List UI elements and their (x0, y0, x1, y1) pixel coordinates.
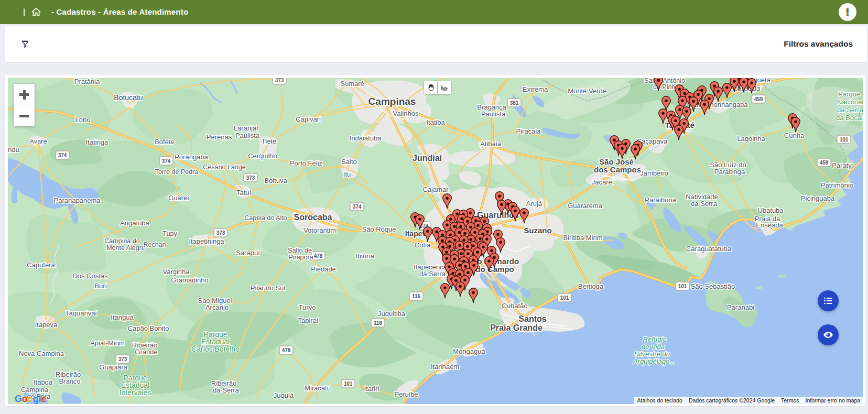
svg-text:Nova Campina: Nova Campina (19, 350, 64, 357)
svg-text:Paraty: Paraty (832, 161, 852, 169)
svg-text:Valinhos: Valinhos (393, 110, 419, 117)
svg-text:Campina do: Campina do (104, 237, 139, 245)
svg-text:São Sebastião: São Sebastião (691, 282, 735, 290)
svg-text:101: 101 (840, 137, 849, 143)
svg-text:Ubatuba: Ubatuba (757, 206, 784, 214)
svg-text:116: 116 (412, 293, 421, 299)
svg-text:Itatinga: Itatinga (86, 138, 108, 146)
svg-text:randu: randu (8, 146, 19, 154)
svg-text:Gramadinho: Gramadinho (171, 276, 209, 284)
svg-text:Guararema: Guararema (568, 202, 603, 210)
svg-text:Lobo: Lobo (75, 116, 91, 124)
svg-text:374: 374 (58, 152, 67, 158)
svg-text:Torre de Pedra: Torre de Pedra (155, 168, 199, 176)
svg-text:Arujá: Arujá (526, 200, 542, 208)
svg-text:Tatuí: Tatuí (236, 189, 252, 197)
svg-text:101: 101 (678, 284, 687, 289)
svg-text:da Bocain: da Bocain (836, 114, 863, 122)
svg-text:Jacareí: Jacareí (592, 178, 614, 186)
svg-text:Jundiaí: Jundiaí (413, 154, 442, 162)
svg-text:Tietê: Tietê (262, 137, 276, 145)
svg-text:Paraitinga: Paraitinga (714, 168, 745, 176)
svg-text:Rechan: Rechan (143, 241, 166, 248)
svg-text:Juquiá: Juquiá (274, 391, 294, 399)
svg-text:374: 374 (162, 158, 171, 164)
svg-text:Juquitiba: Juquitiba (378, 310, 406, 318)
svg-text:373: 373 (216, 230, 225, 236)
svg-text:Pirapora: Pirapora (288, 254, 313, 261)
svg-text:Santos: Santos (518, 314, 546, 323)
svg-text:459: 459 (820, 160, 829, 166)
svg-text:São Roque: São Roque (362, 225, 396, 233)
svg-text:Paranapanema: Paranapanema (54, 197, 101, 204)
svg-text:374: 374 (353, 204, 362, 210)
svg-text:Piracaia: Piracaia (516, 127, 541, 135)
svg-text:Dos Costas: Dos Costas (72, 272, 108, 280)
svg-text:381: 381 (510, 100, 519, 106)
svg-text:Sarapuí: Sarapuí (236, 249, 260, 257)
svg-text:Boituva: Boituva (264, 177, 287, 184)
svg-text:Refúgio: Refúgio (643, 335, 667, 343)
svg-text:Avaré: Avaré (29, 137, 47, 145)
svg-text:478: 478 (314, 253, 323, 259)
svg-text:Paraibuna: Paraibuna (645, 196, 676, 204)
svg-text:373: 373 (246, 175, 255, 181)
svg-text:Jambeiro: Jambeiro (640, 169, 668, 177)
svg-text:373: 373 (118, 356, 127, 362)
svg-text:Cotia: Cotia (415, 241, 431, 249)
svg-text:Monte Alegre: Monte Alegre (106, 244, 145, 252)
svg-text:da Serra: da Serra (419, 270, 446, 278)
svg-text:Salto: Salto (341, 158, 357, 166)
svg-text:Indaiatuba: Indaiatuba (350, 134, 382, 142)
svg-text:Biritiba Mirim: Biritiba Mirim (563, 234, 602, 242)
svg-text:Parque: Parque (838, 90, 860, 98)
svg-text:459: 459 (754, 96, 763, 102)
svg-text:Capivari: Capivari (296, 115, 321, 123)
svg-text:373: 373 (275, 78, 284, 83)
svg-text:Itapetininga: Itapetininga (189, 237, 224, 245)
svg-text:Carlos Botelho: Carlos Botelho (191, 345, 240, 353)
svg-text:Cerquilho: Cerquilho (248, 152, 277, 160)
svg-text:Miracatu: Miracatu (305, 384, 331, 392)
svg-text:Arquipélago...: Arquipélago... (633, 357, 675, 365)
svg-text:Cajamar: Cajamar (422, 186, 449, 193)
svg-text:Varginha: Varginha (162, 268, 190, 276)
svg-text:Mongaguá: Mongaguá (453, 347, 485, 355)
svg-text:Monte Verde: Monte Verde (568, 87, 606, 95)
svg-text:da Serra: da Serra (691, 200, 718, 208)
svg-text:Paulista: Paulista (235, 132, 260, 139)
svg-text:Sorocaba: Sorocaba (294, 213, 332, 222)
svg-text:Tupy: Tupy (162, 230, 177, 237)
svg-text:Suzano: Suzano (524, 226, 551, 235)
svg-text:Votorantim: Votorantim (303, 226, 336, 234)
svg-text:Patrimônio: Patrimônio (821, 181, 853, 189)
svg-text:Ibiúna: Ibiúna (355, 252, 374, 260)
svg-text:116: 116 (374, 320, 383, 326)
svg-text:Peruíbe: Peruíbe (394, 390, 418, 398)
svg-text:Cesário Lange: Cesário Lange (203, 164, 245, 171)
svg-text:Extrema: Extrema (523, 85, 548, 93)
svg-text:Porangaba: Porangaba (175, 153, 208, 161)
svg-text:101: 101 (560, 295, 569, 301)
svg-text:Cubatão: Cubatão (502, 302, 527, 310)
svg-text:Caputera: Caputera (27, 261, 55, 269)
svg-text:Atibaia: Atibaia (480, 140, 502, 148)
svg-text:Pereiras: Pereiras (207, 133, 232, 141)
svg-text:Enseada: Enseada (756, 221, 783, 229)
svg-text:Itariri: Itariri (364, 385, 379, 393)
svg-text:da Serra: da Serra (213, 386, 240, 394)
svg-text:Campinas: Campinas (368, 96, 416, 107)
svg-text:Porto Feliz: Porto Feliz (290, 159, 322, 167)
svg-text:Guareí: Guareí (168, 194, 189, 202)
svg-text:Cunha: Cunha (784, 132, 805, 139)
svg-text:Arcanjo: Arcanjo (205, 303, 229, 311)
svg-text:dos Campos: dos Campos (594, 165, 641, 174)
svg-text:Itapeva: Itapeva (35, 321, 58, 329)
svg-text:Paulista: Paulista (481, 110, 506, 118)
svg-text:Tapiraí: Tapiraí (298, 317, 318, 324)
svg-text:Silvestre do: Silvestre do (634, 350, 670, 358)
svg-text:Angatuba: Angatuba (120, 219, 149, 227)
svg-text:Capão Bonito: Capão Bonito (128, 324, 169, 332)
svg-text:Itatiba: Itatiba (426, 118, 445, 126)
svg-text:Itanhaém: Itanhaém (431, 363, 459, 371)
